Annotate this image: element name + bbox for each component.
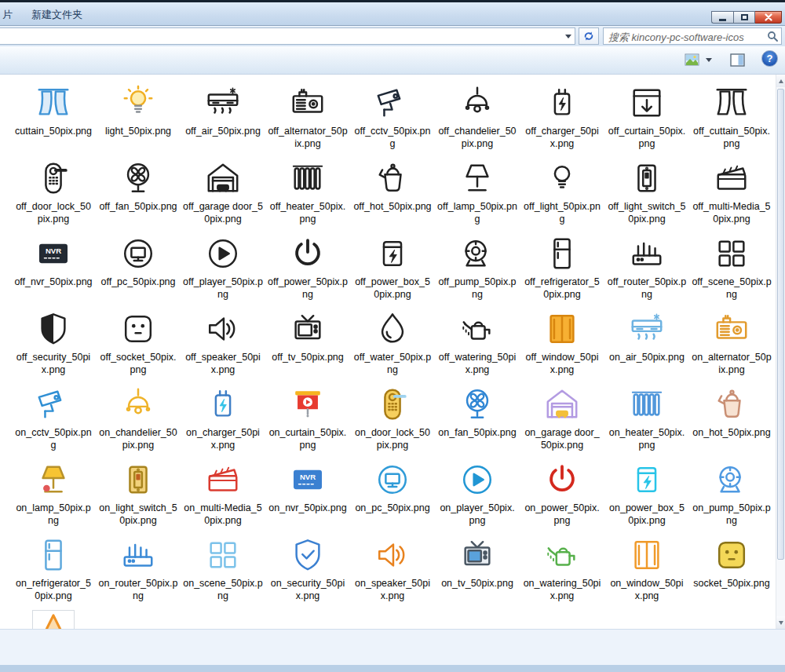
file-item[interactable]: off_cctv_50pix.png: [350, 82, 435, 158]
address-bar[interactable]: [0, 27, 575, 45]
file-item[interactable]: off_window_50pix.png: [520, 309, 604, 384]
search-input[interactable]: [607, 29, 763, 45]
file-item[interactable]: on_tv_50pix.png: [435, 535, 520, 610]
file-item[interactable]: on_chandelier_50pix.png: [96, 384, 181, 459]
kettle-icon: [711, 384, 752, 425]
file-item[interactable]: off_multi-Media_50pix.png: [689, 158, 774, 233]
file-item[interactable]: socket_50pix.png: [689, 535, 774, 610]
socket-icon: [118, 309, 159, 349]
file-item[interactable]: off_hot_50pix.png: [350, 158, 435, 233]
file-item[interactable]: off_door_lock_50pix.png: [11, 158, 96, 233]
file-name: off_pump_50pix.png: [435, 276, 520, 301]
file-item[interactable]: NVRon_nvr_50pix.png: [265, 459, 350, 535]
file-item[interactable]: on_pump_50pix.png: [689, 459, 774, 535]
file-item[interactable]: off_security_50pix.png: [11, 309, 96, 384]
file-item[interactable]: off_watering_50pix.png: [435, 309, 520, 384]
file-item[interactable]: off_air_50pix.png: [181, 82, 265, 158]
file-item[interactable]: [11, 610, 96, 629]
file-item[interactable]: off_light_switch_50pix.png: [604, 158, 689, 233]
file-item[interactable]: on_refrigerator_50pix.png: [11, 535, 96, 610]
refresh-button[interactable]: [579, 27, 599, 45]
file-item[interactable]: on_curtain_50pix.png: [265, 384, 350, 459]
file-item[interactable]: on_power_50pix.png: [520, 459, 604, 535]
door-lock-icon: [372, 384, 413, 425]
file-item[interactable]: off_water_50pix.png: [350, 309, 435, 384]
file-item[interactable]: off_speaker_50pix.png: [181, 309, 265, 384]
file-item[interactable]: off_cuttain_50pix.png: [689, 82, 774, 158]
file-item[interactable]: on_window_50pix.png: [604, 535, 689, 610]
file-item[interactable]: on_multi-Media_50pix.png: [181, 459, 265, 535]
file-item[interactable]: on_scene_50pix.png: [181, 535, 265, 610]
file-item[interactable]: off_power_50pix.png: [265, 233, 350, 309]
address-dropdown-button[interactable]: [561, 28, 575, 44]
close-button[interactable]: [755, 11, 782, 24]
file-item[interactable]: off_garage door_50pix.png: [181, 158, 265, 233]
pump-icon: [457, 233, 498, 274]
chandelier-icon: [118, 384, 159, 425]
preview-pane-button[interactable]: [727, 50, 747, 69]
file-item[interactable]: on_security_50pix.png: [265, 535, 350, 610]
speaker-icon: [372, 535, 413, 575]
file-item[interactable]: off_heater_50pix.png: [265, 158, 350, 233]
minimize-button[interactable]: [711, 11, 733, 24]
toolbar-item-clipped[interactable]: 片: [2, 8, 13, 22]
file-item[interactable]: on_pc_50pix.png: [350, 459, 435, 535]
file-item[interactable]: on_garage door_50pix.png: [520, 384, 604, 459]
file-item[interactable]: light_50pix.png: [96, 82, 181, 158]
file-name: off_hot_50pix.png: [350, 200, 435, 213]
file-item[interactable]: on_power_box_50pix.png: [604, 459, 689, 535]
player-icon: [203, 233, 243, 274]
file-name: socket_50pix.png: [689, 577, 774, 590]
help-button[interactable]: ?: [761, 50, 779, 68]
file-item[interactable]: off_pc_50pix.png: [96, 233, 181, 309]
file-item[interactable]: on_player_50pix.png: [435, 459, 520, 535]
file-item[interactable]: on_door_lock_50pix.png: [350, 384, 435, 459]
file-item[interactable]: off_chandelier_50pix.png: [435, 82, 520, 158]
vertical-scrollbar[interactable]: [776, 75, 785, 629]
maximize-icon: [741, 14, 748, 20]
droplet-icon: [372, 309, 413, 349]
file-item[interactable]: off_pump_50pix.png: [435, 233, 520, 309]
file-item[interactable]: on_watering_50pix.png: [520, 535, 604, 610]
file-name: off_speaker_50pix.png: [181, 351, 265, 376]
file-item[interactable]: on_lamp_50pix.png: [11, 459, 96, 535]
scrollbar-thumb[interactable]: [777, 89, 784, 560]
file-item[interactable]: cuttain_50pix.png: [11, 82, 96, 158]
file-item[interactable]: off_scene_50pix.png: [689, 233, 774, 309]
search-box: [603, 27, 782, 45]
file-item[interactable]: on_speaker_50pix.png: [350, 535, 435, 610]
file-item[interactable]: off_socket_50pix.png: [96, 309, 181, 384]
scroll-up-button[interactable]: [776, 75, 785, 87]
change-view-button[interactable]: [685, 49, 722, 70]
file-item[interactable]: NVRoff_nvr_50pix.png: [11, 233, 96, 309]
file-item[interactable]: off_light_50pix.png: [520, 158, 604, 233]
file-item[interactable]: on_hot_50pix.png: [689, 384, 774, 459]
file-item[interactable]: on_heater_50pix.png: [604, 384, 689, 459]
file-item[interactable]: off_tv_50pix.png: [265, 309, 350, 384]
file-item[interactable]: off_alternator_50pix.png: [265, 82, 350, 158]
file-item[interactable]: on_router_50pix.png: [96, 535, 181, 610]
file-item[interactable]: on_air_50pix.png: [604, 309, 689, 384]
file-item[interactable]: on_light_switch_50pix.png: [96, 459, 181, 535]
file-item[interactable]: on_cctv_50pix.png: [11, 384, 96, 459]
file-item[interactable]: off_curtain_50pix.png: [604, 82, 689, 158]
file-item[interactable]: off_fan_50pix.png: [96, 158, 181, 233]
bulb-off-icon: [542, 158, 582, 199]
file-item[interactable]: off_lamp_50pix.png: [435, 158, 520, 233]
maximize-button[interactable]: [733, 11, 755, 24]
file-item[interactable]: on_charger_50pix.png: [181, 384, 265, 459]
file-item[interactable]: off_router_50pix.png: [604, 233, 689, 309]
help-icon: ?: [761, 50, 778, 67]
file-item[interactable]: off_refrigerator_50pix.png: [520, 233, 604, 309]
file-item[interactable]: on_alternator_50pix.png: [689, 309, 774, 384]
new-folder-button[interactable]: 新建文件夹: [31, 8, 82, 22]
file-item[interactable]: off_player_50pix.png: [181, 233, 265, 309]
file-item[interactable]: off_power_box_50pix.png: [350, 233, 435, 309]
search-icon[interactable]: [767, 31, 779, 42]
file-item[interactable]: off_charger_50pix.png: [520, 82, 604, 158]
title-bar[interactable]: [0, 2, 785, 25]
file-name: off_cctv_50pix.png: [350, 125, 435, 150]
scroll-down-button[interactable]: [776, 616, 785, 629]
file-item[interactable]: on_fan_50pix.png: [435, 384, 520, 459]
shield-check-icon: [287, 535, 328, 575]
